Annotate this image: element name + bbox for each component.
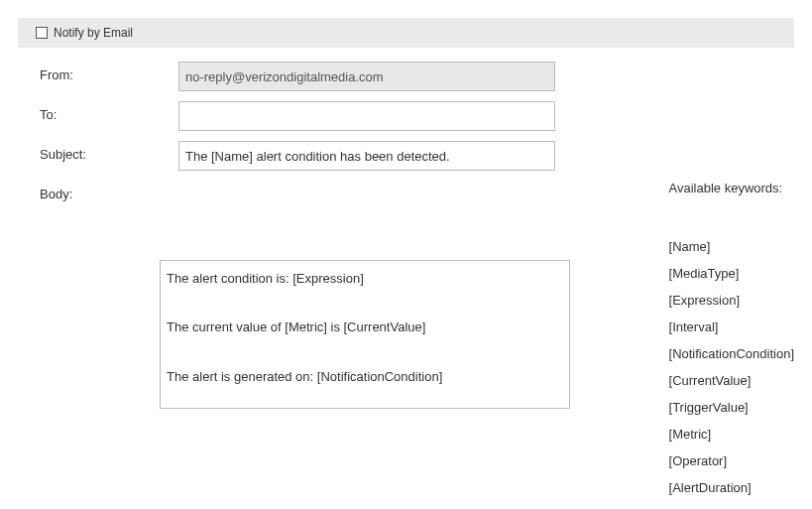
keyword-item: [Interval] [669, 319, 794, 334]
keyword-item: [Expression] [669, 293, 794, 308]
keyword-item: [NotificationCondition] [669, 346, 794, 361]
keyword-item: [CurrentValue] [669, 373, 794, 388]
to-row: To: [40, 101, 794, 131]
body-row: Body: Available keywords: [Name] [MediaT… [40, 181, 794, 507]
keywords-title: Available keywords: [669, 181, 794, 195]
panel-header: Notify by Email [18, 18, 794, 48]
subject-row: Subject: [40, 141, 794, 171]
keyword-item: [Operator] [669, 453, 794, 468]
body-label: Body: [40, 181, 160, 201]
subject-input[interactable] [178, 141, 555, 171]
keywords-panel: Available keywords: [Name] [MediaType] [… [669, 181, 794, 507]
keyword-item: [Name] [669, 239, 794, 254]
keyword-item: [AlertDuration] [669, 480, 794, 495]
subject-label: Subject: [40, 141, 178, 162]
form-area: From: To: Subject: Body: Available keywo… [0, 48, 812, 509]
keyword-item: [TriggerValue] [669, 400, 794, 415]
body-textarea[interactable] [160, 260, 569, 409]
to-label: To: [40, 101, 178, 122]
keyword-item: [Metric] [669, 427, 794, 442]
to-input[interactable] [178, 101, 555, 131]
notify-email-label: Notify by Email [54, 26, 133, 40]
from-input [178, 62, 555, 91]
notify-email-checkbox[interactable] [36, 27, 48, 39]
keyword-item: [MediaType] [669, 266, 794, 281]
from-label: From: [40, 62, 178, 82]
from-row: From: [40, 62, 794, 91]
